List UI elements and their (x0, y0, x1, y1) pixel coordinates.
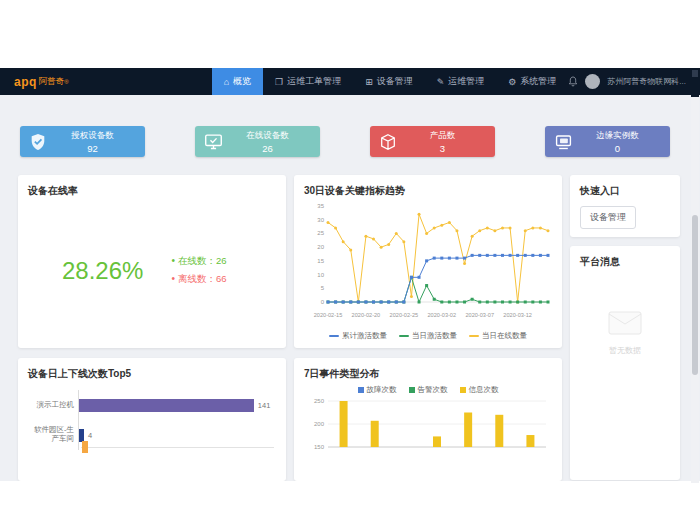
stat-card-online-devices: 在线设备数 26 (195, 126, 320, 157)
legend-marker-icon (358, 387, 364, 393)
online-count-legend: •在线数：26 (171, 255, 226, 268)
cube-icon (378, 132, 398, 152)
legend-label: 当日激活数量 (412, 331, 457, 341)
card-value: 26 (223, 143, 312, 154)
legend-item[interactable]: 告警次数 (409, 385, 448, 395)
panel-quick-entry: 快速入口 设备管理 (570, 175, 680, 237)
top5-bar-chart: 演示工控机141软件园区-生产车间4 (28, 390, 276, 450)
top5-x-axis (81, 447, 274, 448)
edge-server-icon (553, 132, 573, 152)
device-management-button[interactable]: 设备管理 (580, 206, 636, 229)
stat-cards-row: 授权设备数 92 在线设备数 26 (20, 126, 670, 157)
nav-item-label: 设备管理 (377, 75, 413, 88)
offline-count-legend: •离线数：66 (171, 273, 226, 286)
svg-text:2020-02-20: 2020-02-20 (352, 312, 381, 318)
legend-item[interactable]: 当日在线数量 (469, 331, 527, 341)
scrollbar-track[interactable] (691, 97, 699, 483)
online-rate-percent: 28.26% (62, 257, 143, 285)
nav-item-overview[interactable]: ⌂ 概览 (212, 68, 263, 95)
panel-online-rate: 设备在线率 28.26% •在线数：26 •离线数：66 (18, 175, 286, 348)
legend-marker-icon (329, 335, 339, 337)
red-dot-icon: • (171, 273, 175, 284)
card-value: 3 (398, 143, 487, 154)
svg-text:2020-03-02: 2020-03-02 (427, 312, 456, 318)
top5-bar (79, 399, 254, 412)
nav-item-label: 运维工单管理 (287, 75, 341, 88)
empty-state: 暂无数据 (580, 311, 670, 356)
nav-item-workorder[interactable]: ❐ 运维工单管理 (263, 68, 353, 95)
card-value: 92 (48, 143, 137, 154)
scrollbar (691, 68, 699, 481)
scroll-up-button[interactable] (692, 70, 698, 77)
svg-text:5: 5 (321, 285, 325, 291)
envelope-icon (608, 311, 642, 335)
legend-item[interactable]: 故障次数 (358, 385, 397, 395)
green-dot-icon: • (171, 255, 175, 266)
svg-text:2020-03-12: 2020-03-12 (503, 312, 532, 318)
nav-menu: ⌂ 概览 ❐ 运维工单管理 ⊞ 设备管理 ✎ 运维管理 ⚙ 系统管理 (212, 68, 569, 95)
top5-row-label: 演示工控机 (28, 401, 78, 410)
legend-label: 信息次数 (469, 385, 499, 395)
events-chart-legend: 故障次数告警次数信息次数 (304, 385, 552, 395)
stat-card-edge-instances: 边缘实例数 0 (545, 126, 670, 157)
bell-icon[interactable] (568, 76, 578, 87)
top5-bar-value: 141 (258, 401, 271, 410)
card-label: 边缘实例数 (573, 130, 662, 142)
nav-item-ops[interactable]: ✎ 运维管理 (425, 68, 497, 95)
panel-title: 快速入口 (580, 184, 670, 198)
nav-item-label: 概览 (233, 75, 251, 88)
legend-marker-icon (469, 335, 479, 337)
events-bar-chart: 150200250 (304, 395, 552, 457)
card-label: 授权设备数 (48, 130, 137, 142)
panel-title: 30日设备关键指标趋势 (304, 184, 552, 198)
trend-chart-legend: 累计激活数量当日激活数量当日在线数量 (304, 331, 552, 341)
nav-item-system[interactable]: ⚙ 系统管理 (496, 68, 568, 95)
shield-check-icon (28, 132, 48, 152)
top5-row-plot: 141 (78, 390, 276, 420)
svg-text:25: 25 (317, 230, 324, 236)
card-value: 0 (573, 143, 662, 154)
home-icon: ⌂ (224, 77, 229, 87)
nav-item-label: 系统管理 (520, 75, 556, 88)
svg-text:0: 0 (321, 299, 325, 305)
user-name[interactable]: 苏州阿普奇物联网科... (607, 76, 686, 87)
panel-title: 平台消息 (580, 255, 670, 269)
top5-row-label: 软件园区-生产车间 (28, 426, 78, 443)
legend-label: 故障次数 (367, 385, 397, 395)
top5-row-plot: 4 (78, 420, 276, 450)
monitor-check-icon (203, 132, 223, 152)
nav-item-device[interactable]: ⊞ 设备管理 (353, 68, 425, 95)
device-icon: ⊞ (365, 77, 373, 87)
app-window: apq 阿普奇 ® ⌂ 概览 ❐ 运维工单管理 ⊞ 设备管理 ✎ (0, 68, 700, 481)
workorder-icon: ❐ (275, 77, 283, 87)
legend-item[interactable]: 累计激活数量 (329, 331, 387, 341)
trend-line-chart: 051015202530352020-02-152020-02-202020-0… (304, 198, 552, 326)
svg-text:250: 250 (314, 398, 325, 404)
svg-text:2020-02-15: 2020-02-15 (314, 312, 343, 318)
svg-text:10: 10 (317, 272, 324, 278)
system-icon: ⚙ (508, 77, 516, 87)
avatar[interactable] (585, 74, 600, 89)
panel-events-chart: 7日事件类型分布 故障次数告警次数信息次数 150200250 (294, 358, 562, 481)
top5-partial-bar (82, 441, 88, 453)
svg-text:200: 200 (314, 421, 325, 427)
top5-row: 软件园区-生产车间4 (28, 420, 276, 450)
top5-row: 演示工控机141 (28, 390, 276, 420)
scrollbar-top (691, 70, 699, 97)
content-area: 授权设备数 92 在线设备数 26 (0, 95, 700, 481)
svg-text:150: 150 (314, 444, 325, 450)
logo: apq 阿普奇 ® (0, 68, 212, 95)
panel-top5-chart: 设备日上下线次数Top5 演示工控机141软件园区-生产车间4 (18, 358, 286, 481)
svg-text:30: 30 (317, 217, 324, 223)
svg-text:2020-02-25: 2020-02-25 (390, 312, 419, 318)
legend-marker-icon (409, 387, 415, 393)
card-label: 产品数 (398, 130, 487, 142)
card-label: 在线设备数 (223, 130, 312, 142)
svg-text:2020-03-07: 2020-03-07 (465, 312, 494, 318)
page: apq 阿普奇 ® ⌂ 概览 ❐ 运维工单管理 ⊞ 设备管理 ✎ (0, 0, 700, 524)
nav-right: 苏州阿普奇物联网科... (568, 68, 700, 95)
legend-item[interactable]: 信息次数 (460, 385, 499, 395)
panel-title: 设备日上下线次数Top5 (28, 367, 276, 381)
legend-item[interactable]: 当日激活数量 (399, 331, 457, 341)
scrollbar-thumb[interactable] (692, 215, 698, 375)
